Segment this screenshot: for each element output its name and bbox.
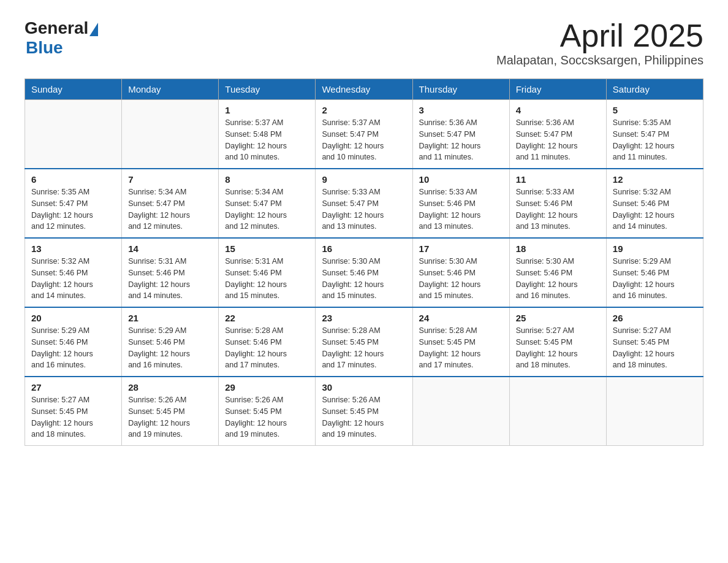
day-info: Sunrise: 5:36 AM Sunset: 5:47 PM Dayligh… xyxy=(419,117,503,163)
calendar-table: SundayMondayTuesdayWednesdayThursdayFrid… xyxy=(25,79,703,446)
calendar-cell: 20Sunrise: 5:29 AM Sunset: 5:46 PM Dayli… xyxy=(25,307,122,377)
calendar-cell: 14Sunrise: 5:31 AM Sunset: 5:46 PM Dayli… xyxy=(122,238,219,307)
calendar-week-row: 1Sunrise: 5:37 AM Sunset: 5:48 PM Daylig… xyxy=(25,100,703,169)
day-number: 26 xyxy=(613,313,697,323)
day-number: 4 xyxy=(516,105,600,115)
day-number: 24 xyxy=(419,313,503,323)
page-subtitle: Malapatan, Soccsksargen, Philippines xyxy=(496,53,703,67)
calendar-week-row: 20Sunrise: 5:29 AM Sunset: 5:46 PM Dayli… xyxy=(25,307,703,377)
calendar-week-row: 13Sunrise: 5:32 AM Sunset: 5:46 PM Dayli… xyxy=(25,238,703,307)
calendar-cell: 8Sunrise: 5:34 AM Sunset: 5:47 PM Daylig… xyxy=(219,169,316,238)
day-info: Sunrise: 5:30 AM Sunset: 5:46 PM Dayligh… xyxy=(419,256,503,302)
calendar-cell: 25Sunrise: 5:27 AM Sunset: 5:45 PM Dayli… xyxy=(509,307,606,377)
calendar-cell: 15Sunrise: 5:31 AM Sunset: 5:46 PM Dayli… xyxy=(219,238,316,307)
day-number: 11 xyxy=(516,174,600,185)
day-number: 27 xyxy=(31,382,115,393)
calendar-week-row: 27Sunrise: 5:27 AM Sunset: 5:45 PM Dayli… xyxy=(25,377,703,446)
day-info: Sunrise: 5:28 AM Sunset: 5:46 PM Dayligh… xyxy=(225,325,309,371)
day-info: Sunrise: 5:28 AM Sunset: 5:45 PM Dayligh… xyxy=(419,325,503,371)
day-number: 13 xyxy=(31,243,115,254)
calendar-cell: 13Sunrise: 5:32 AM Sunset: 5:46 PM Dayli… xyxy=(25,238,122,307)
calendar-cell: 11Sunrise: 5:33 AM Sunset: 5:46 PM Dayli… xyxy=(509,169,606,238)
calendar-cell: 10Sunrise: 5:33 AM Sunset: 5:46 PM Dayli… xyxy=(412,169,509,238)
day-info: Sunrise: 5:29 AM Sunset: 5:46 PM Dayligh… xyxy=(128,325,212,371)
page-title: April 2025 xyxy=(496,18,703,53)
day-number: 20 xyxy=(31,313,115,323)
day-info: Sunrise: 5:26 AM Sunset: 5:45 PM Dayligh… xyxy=(225,394,309,440)
calendar-cell xyxy=(606,377,703,446)
day-info: Sunrise: 5:31 AM Sunset: 5:46 PM Dayligh… xyxy=(225,256,309,302)
day-info: Sunrise: 5:30 AM Sunset: 5:46 PM Dayligh… xyxy=(322,256,406,302)
day-info: Sunrise: 5:28 AM Sunset: 5:45 PM Dayligh… xyxy=(322,325,406,371)
calendar-cell: 1Sunrise: 5:37 AM Sunset: 5:48 PM Daylig… xyxy=(219,100,316,169)
day-info: Sunrise: 5:29 AM Sunset: 5:46 PM Dayligh… xyxy=(613,256,697,302)
day-of-week-header: Monday xyxy=(122,79,219,100)
logo-triangle-icon xyxy=(89,23,98,36)
calendar-cell: 28Sunrise: 5:26 AM Sunset: 5:45 PM Dayli… xyxy=(122,377,219,446)
day-number: 14 xyxy=(128,243,212,254)
day-info: Sunrise: 5:35 AM Sunset: 5:47 PM Dayligh… xyxy=(31,186,115,232)
calendar-cell: 3Sunrise: 5:36 AM Sunset: 5:47 PM Daylig… xyxy=(412,100,509,169)
calendar-header-row: SundayMondayTuesdayWednesdayThursdayFrid… xyxy=(25,79,703,100)
calendar-cell: 22Sunrise: 5:28 AM Sunset: 5:46 PM Dayli… xyxy=(219,307,316,377)
day-info: Sunrise: 5:33 AM Sunset: 5:46 PM Dayligh… xyxy=(516,186,600,232)
calendar-cell: 9Sunrise: 5:33 AM Sunset: 5:47 PM Daylig… xyxy=(316,169,412,238)
calendar-cell: 30Sunrise: 5:26 AM Sunset: 5:45 PM Dayli… xyxy=(316,377,412,446)
day-number: 16 xyxy=(322,243,406,254)
calendar-cell: 26Sunrise: 5:27 AM Sunset: 5:45 PM Dayli… xyxy=(606,307,703,377)
day-info: Sunrise: 5:33 AM Sunset: 5:46 PM Dayligh… xyxy=(419,186,503,232)
day-info: Sunrise: 5:37 AM Sunset: 5:48 PM Dayligh… xyxy=(225,117,309,163)
calendar-week-row: 6Sunrise: 5:35 AM Sunset: 5:47 PM Daylig… xyxy=(25,169,703,238)
calendar-cell: 12Sunrise: 5:32 AM Sunset: 5:46 PM Dayli… xyxy=(606,169,703,238)
calendar-cell: 18Sunrise: 5:30 AM Sunset: 5:46 PM Dayli… xyxy=(509,238,606,307)
day-number: 29 xyxy=(225,382,309,393)
calendar-cell xyxy=(25,100,122,169)
day-number: 25 xyxy=(516,313,600,323)
day-info: Sunrise: 5:27 AM Sunset: 5:45 PM Dayligh… xyxy=(31,394,115,440)
day-number: 1 xyxy=(225,105,309,115)
day-info: Sunrise: 5:34 AM Sunset: 5:47 PM Dayligh… xyxy=(225,186,309,232)
day-number: 28 xyxy=(128,382,212,393)
day-of-week-header: Wednesday xyxy=(316,79,412,100)
day-number: 30 xyxy=(322,382,406,393)
day-info: Sunrise: 5:32 AM Sunset: 5:46 PM Dayligh… xyxy=(31,256,115,302)
day-number: 22 xyxy=(225,313,309,323)
day-number: 17 xyxy=(419,243,503,254)
day-info: Sunrise: 5:29 AM Sunset: 5:46 PM Dayligh… xyxy=(31,325,115,371)
day-info: Sunrise: 5:37 AM Sunset: 5:47 PM Dayligh… xyxy=(322,117,406,163)
day-number: 21 xyxy=(128,313,212,323)
logo: General Blue xyxy=(25,18,98,58)
day-number: 7 xyxy=(128,174,212,185)
day-number: 18 xyxy=(516,243,600,254)
day-info: Sunrise: 5:32 AM Sunset: 5:46 PM Dayligh… xyxy=(613,186,697,232)
calendar-cell: 29Sunrise: 5:26 AM Sunset: 5:45 PM Dayli… xyxy=(219,377,316,446)
calendar-cell: 23Sunrise: 5:28 AM Sunset: 5:45 PM Dayli… xyxy=(316,307,412,377)
day-info: Sunrise: 5:26 AM Sunset: 5:45 PM Dayligh… xyxy=(128,394,212,440)
calendar-cell: 19Sunrise: 5:29 AM Sunset: 5:46 PM Dayli… xyxy=(606,238,703,307)
calendar-cell: 5Sunrise: 5:35 AM Sunset: 5:47 PM Daylig… xyxy=(606,100,703,169)
day-info: Sunrise: 5:33 AM Sunset: 5:47 PM Dayligh… xyxy=(322,186,406,232)
day-info: Sunrise: 5:27 AM Sunset: 5:45 PM Dayligh… xyxy=(516,325,600,371)
day-of-week-header: Saturday xyxy=(606,79,703,100)
day-number: 10 xyxy=(419,174,503,185)
calendar-cell: 17Sunrise: 5:30 AM Sunset: 5:46 PM Dayli… xyxy=(412,238,509,307)
title-block: April 2025 Malapatan, Soccsksargen, Phil… xyxy=(496,18,703,67)
calendar-cell: 27Sunrise: 5:27 AM Sunset: 5:45 PM Dayli… xyxy=(25,377,122,446)
day-info: Sunrise: 5:36 AM Sunset: 5:47 PM Dayligh… xyxy=(516,117,600,163)
calendar-cell: 21Sunrise: 5:29 AM Sunset: 5:46 PM Dayli… xyxy=(122,307,219,377)
logo-general-text: General xyxy=(25,18,88,38)
day-info: Sunrise: 5:30 AM Sunset: 5:46 PM Dayligh… xyxy=(516,256,600,302)
day-info: Sunrise: 5:26 AM Sunset: 5:45 PM Dayligh… xyxy=(322,394,406,440)
day-of-week-header: Friday xyxy=(509,79,606,100)
day-of-week-header: Sunday xyxy=(25,79,122,100)
calendar-cell: 6Sunrise: 5:35 AM Sunset: 5:47 PM Daylig… xyxy=(25,169,122,238)
day-info: Sunrise: 5:34 AM Sunset: 5:47 PM Dayligh… xyxy=(128,186,212,232)
page-header: General Blue April 2025 Malapatan, Soccs… xyxy=(25,18,703,67)
day-number: 5 xyxy=(613,105,697,115)
day-number: 9 xyxy=(322,174,406,185)
day-info: Sunrise: 5:27 AM Sunset: 5:45 PM Dayligh… xyxy=(613,325,697,371)
day-of-week-header: Thursday xyxy=(412,79,509,100)
day-number: 2 xyxy=(322,105,406,115)
day-number: 23 xyxy=(322,313,406,323)
day-of-week-header: Tuesday xyxy=(219,79,316,100)
